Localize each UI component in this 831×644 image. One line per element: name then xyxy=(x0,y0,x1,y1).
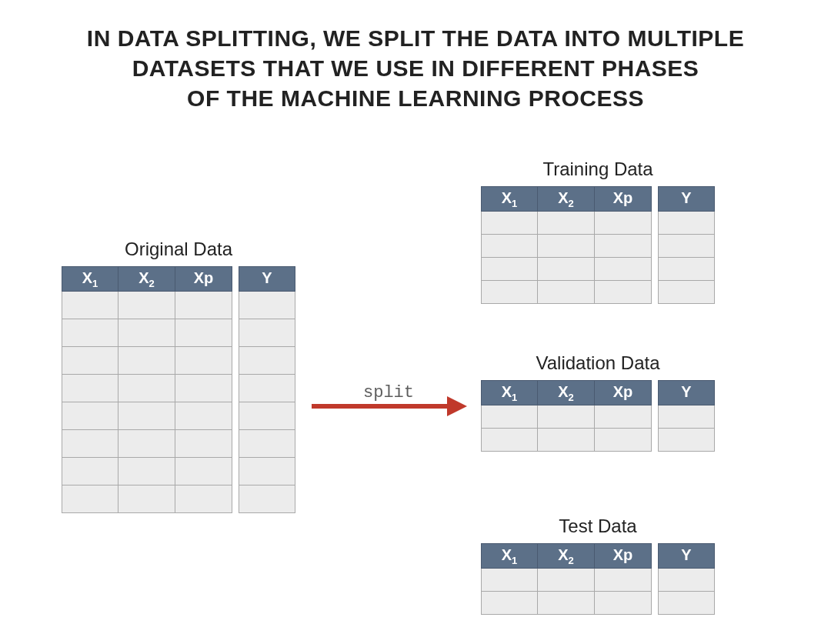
data-cell xyxy=(658,235,715,258)
data-cell xyxy=(239,402,295,430)
split-arrow-label: split xyxy=(312,383,466,402)
column-header: X2 xyxy=(538,380,595,405)
data-cell xyxy=(595,429,652,452)
data-cell xyxy=(62,319,118,347)
data-cell xyxy=(481,212,538,235)
column-header: Xp xyxy=(595,186,652,212)
data-cell xyxy=(118,347,175,375)
data-cell xyxy=(481,569,538,592)
data-cell xyxy=(239,292,295,319)
data-cell xyxy=(538,592,595,615)
split-arrow: split xyxy=(312,383,466,410)
features-table: X1X2Xp xyxy=(481,543,652,615)
training-data-group: Training Data X1X2XpY xyxy=(481,158,715,304)
data-cell xyxy=(595,212,652,235)
data-cell xyxy=(62,430,118,458)
data-cell xyxy=(62,458,118,486)
data-cell xyxy=(62,375,118,402)
column-header: X2 xyxy=(538,186,595,212)
data-cell xyxy=(595,258,652,281)
column-header: Xp xyxy=(175,266,232,292)
data-cell xyxy=(175,486,232,513)
data-cell xyxy=(658,429,715,452)
arrow-icon xyxy=(312,402,466,410)
data-cell xyxy=(658,258,715,281)
target-table: Y xyxy=(239,266,295,513)
data-cell xyxy=(175,402,232,430)
original-data-table: X1X2XpY xyxy=(62,266,295,513)
title-line-1: IN DATA SPLITTING, WE SPLIT THE DATA INT… xyxy=(87,25,744,51)
column-header: X1 xyxy=(62,266,118,292)
column-header: X2 xyxy=(118,266,175,292)
data-cell xyxy=(62,402,118,430)
column-header: Y xyxy=(658,380,715,405)
validation-data-group: Validation Data X1X2XpY xyxy=(481,352,715,452)
column-header: Xp xyxy=(595,543,652,569)
data-cell xyxy=(481,281,538,304)
data-cell xyxy=(239,486,295,513)
data-cell xyxy=(481,235,538,258)
data-cell xyxy=(481,405,538,429)
data-cell xyxy=(595,405,652,429)
diagram-title: IN DATA SPLITTING, WE SPLIT THE DATA INT… xyxy=(0,23,831,113)
data-cell xyxy=(118,458,175,486)
test-data-label: Test Data xyxy=(481,516,715,537)
data-cell xyxy=(595,592,652,615)
training-data-table: X1X2XpY xyxy=(481,186,715,304)
data-cell xyxy=(538,258,595,281)
target-table: Y xyxy=(658,186,715,304)
data-cell xyxy=(595,569,652,592)
data-cell xyxy=(538,212,595,235)
data-cell xyxy=(239,347,295,375)
data-cell xyxy=(658,569,715,592)
column-header: Xp xyxy=(595,380,652,405)
title-line-3: OF THE MACHINE LEARNING PROCESS xyxy=(187,85,644,111)
test-data-table: X1X2XpY xyxy=(481,543,715,615)
data-cell xyxy=(658,405,715,429)
validation-data-label: Validation Data xyxy=(481,352,715,374)
column-header: X2 xyxy=(538,543,595,569)
data-cell xyxy=(118,402,175,430)
data-cell xyxy=(481,258,538,281)
data-cell xyxy=(538,429,595,452)
data-cell xyxy=(62,292,118,319)
features-table: X1X2Xp xyxy=(481,380,652,452)
data-cell xyxy=(118,430,175,458)
data-cell xyxy=(175,375,232,402)
target-table: Y xyxy=(658,380,715,452)
features-table: X1X2Xp xyxy=(481,186,652,304)
title-line-2: DATASETS THAT WE USE IN DIFFERENT PHASES xyxy=(132,55,699,81)
column-header: Y xyxy=(658,543,715,569)
data-cell xyxy=(118,486,175,513)
data-cell xyxy=(62,347,118,375)
column-header: Y xyxy=(239,266,295,292)
data-cell xyxy=(118,319,175,347)
target-table: Y xyxy=(658,543,715,615)
data-cell xyxy=(538,281,595,304)
data-cell xyxy=(62,486,118,513)
test-data-group: Test Data X1X2XpY xyxy=(481,516,715,615)
original-data-label: Original Data xyxy=(62,239,295,260)
data-cell xyxy=(538,235,595,258)
data-cell xyxy=(175,458,232,486)
data-cell xyxy=(658,212,715,235)
data-cell xyxy=(118,292,175,319)
data-cell xyxy=(175,292,232,319)
data-cell xyxy=(595,281,652,304)
data-cell xyxy=(118,375,175,402)
data-cell xyxy=(175,319,232,347)
data-cell xyxy=(538,569,595,592)
data-cell xyxy=(175,347,232,375)
data-cell xyxy=(239,375,295,402)
column-header: X1 xyxy=(481,186,538,212)
column-header: Y xyxy=(658,186,715,212)
data-cell xyxy=(239,430,295,458)
data-cell xyxy=(239,458,295,486)
training-data-label: Training Data xyxy=(481,158,715,180)
data-cell xyxy=(239,319,295,347)
data-cell xyxy=(595,235,652,258)
data-cell xyxy=(481,592,538,615)
original-data-group: Original Data X1X2XpY xyxy=(62,239,295,513)
data-cell xyxy=(481,429,538,452)
features-table: X1X2Xp xyxy=(62,266,232,513)
